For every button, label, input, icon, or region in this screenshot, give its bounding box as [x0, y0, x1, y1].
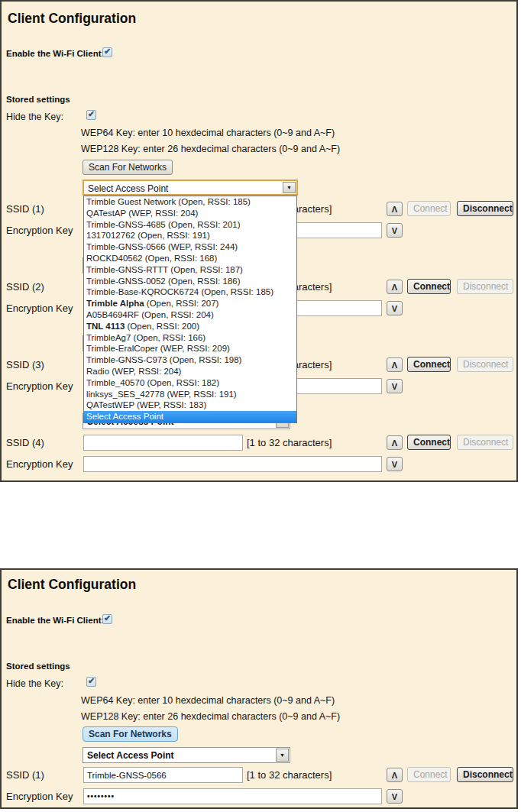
access-point-option[interactable]: QATestAP (WEP, RSSI: 204)	[84, 208, 296, 219]
page-title: Client Configuration	[8, 11, 136, 27]
access-point-select-1[interactable]: Select Access Point ▼	[83, 180, 298, 196]
ssid-1-disconnect-button[interactable]: Disconnect	[457, 201, 513, 216]
access-point-option[interactable]: Trimble-GNSS-C973 (Open, RSSI: 198)	[84, 354, 296, 366]
access-point-option[interactable]: ROCKD40562 (Open, RSSI: 168)	[84, 253, 296, 264]
access-point-name: Trimble Guest Network	[86, 197, 176, 206]
ssid-4-hint: [1 to 32 characters]	[247, 437, 332, 448]
wep64-hint: WEP64 Key: enter 10 hexdecimal character…	[81, 695, 335, 706]
encryption-key-1-label: Encryption Key	[6, 791, 73, 802]
access-point-option[interactable]: Trimble-GNSS-RTTT (Open, RSSI: 187)	[84, 264, 296, 276]
encryption-key-3-label: Encryption Key	[6, 380, 73, 392]
access-point-name: 1317012762	[86, 231, 135, 240]
access-point-detail: (Open, RSSI: 191)	[135, 231, 210, 240]
hide-key-label: Hide the Key:	[6, 678, 63, 689]
access-point-detail: (Open, RSSI: 204)	[139, 310, 214, 319]
ssid-1-connect-button[interactable]: Connect	[407, 201, 451, 216]
access-point-name: Trimble-EralCoper	[86, 344, 158, 353]
hide-key-label: Hide the Key:	[6, 112, 63, 122]
stored-settings-heading: Stored settings	[6, 662, 70, 671]
access-point-select-value: Select Access Point	[88, 183, 168, 194]
access-point-name: QATestAP	[86, 209, 126, 218]
access-point-name: A05B4694RF	[86, 310, 139, 319]
ssid-3-move-down-button[interactable]: V	[387, 379, 403, 393]
access-point-dropdown-list: Trimble Guest Network (Open, RSSI: 185)Q…	[83, 196, 297, 423]
access-point-option[interactable]: Trimble-EralCoper (WEP, RSSI: 209)	[84, 343, 296, 354]
hide-key-checkbox[interactable]	[86, 677, 96, 687]
access-point-option[interactable]: A05B4694RF (Open, RSSI: 204)	[84, 309, 296, 321]
access-point-option[interactable]: Trimble-GNSS-0052 (Open, RSSI: 186)	[84, 276, 296, 287]
access-point-detail: (Open, RSSI: 185)	[199, 287, 273, 296]
access-point-detail: (Open, RSSI: 201)	[166, 220, 241, 229]
ssid-2-connect-button[interactable]: Connect	[407, 279, 451, 294]
access-point-option[interactable]: Trimble Guest Network (Open, RSSI: 185)	[84, 196, 296, 208]
ssid-4-move-up-button[interactable]: Λ	[387, 435, 403, 450]
ssid-1-input[interactable]	[83, 767, 243, 783]
access-point-option[interactable]: Trimble Alpha (Open, RSSI: 207)	[84, 298, 296, 309]
access-point-detail: (Open, RSSI: 182)	[144, 378, 219, 387]
access-point-option[interactable]: Trimble_40570 (Open, RSSI: 182)	[84, 377, 296, 389]
scan-networks-button[interactable]: Scan For Networks	[83, 160, 173, 175]
ssid-4-disconnect-button[interactable]: Disconnect	[457, 435, 513, 450]
ssid-1-hint: [1 to 32 characters]	[247, 769, 332, 781]
enable-wifi-checkbox[interactable]	[102, 47, 112, 57]
ssid-4-move-down-button[interactable]: V	[387, 457, 403, 471]
access-point-option[interactable]: Trimble-GNSS-0566 (WEP, RSSI: 244)	[84, 241, 296, 253]
access-point-name: Trimble-GNSS-RTTT	[86, 265, 168, 274]
ssid-1-disconnect-button[interactable]: Disconnect	[457, 767, 513, 782]
access-point-name: TNL 4113	[86, 322, 125, 331]
access-point-name: Select Access Point	[86, 412, 163, 421]
access-point-detail: (Open, RSSI: 166)	[131, 333, 205, 342]
access-point-option[interactable]: Select Access Point	[84, 411, 296, 422]
access-point-name: Trimble-Base-KQROCK6724	[86, 287, 199, 296]
access-point-option[interactable]: TNL 4113 (Open, RSSI: 200)	[84, 321, 296, 332]
encryption-key-1-input[interactable]	[83, 788, 382, 804]
access-point-option[interactable]: Trimble-GNSS-4685 (Open, RSSI: 201)	[84, 219, 296, 231]
access-point-name: Trimble_40570	[86, 378, 144, 387]
access-point-detail: (WEP, RSSI: 191)	[164, 390, 236, 399]
ssid-1-move-down-button[interactable]: V	[387, 223, 403, 238]
access-point-name: Trimble-GNSS-4685	[86, 220, 166, 229]
access-point-option[interactable]: QATestWEP (WEP, RSSI: 183)	[84, 400, 296, 411]
dropdown-arrow-icon[interactable]: ▼	[276, 749, 289, 762]
ssid-3-label: SSID (3)	[6, 359, 44, 370]
stored-settings-heading: Stored settings	[6, 95, 70, 104]
dropdown-arrow-icon[interactable]: ▼	[283, 182, 296, 193]
ssid-4-input[interactable]	[83, 435, 243, 451]
hide-key-checkbox[interactable]	[86, 110, 96, 120]
ssid-1-connect-button[interactable]: Connect	[407, 767, 451, 782]
ssid-4-connect-button[interactable]: Connect	[407, 435, 451, 450]
access-point-option[interactable]: linksys_SES_42778 (WEP, RSSI: 191)	[84, 389, 296, 400]
access-point-detail: (WEP, RSSI: 244)	[166, 242, 238, 251]
access-point-option[interactable]: TrimbleAg7 (Open, RSSI: 166)	[84, 332, 296, 344]
ssid-2-disconnect-button[interactable]: Disconnect	[457, 279, 513, 294]
access-point-name: Trimble-GNSS-0052	[86, 277, 166, 286]
access-point-select-1[interactable]: Select Access Point ▼	[83, 747, 290, 763]
access-point-option[interactable]: Trimble-Base-KQROCK6724 (Open, RSSI: 185…	[84, 286, 296, 298]
ssid-3-disconnect-button[interactable]: Disconnect	[457, 357, 513, 372]
access-point-detail: (Open, RSSI: 198)	[167, 355, 242, 364]
ssid-3-connect-button[interactable]: Connect	[407, 357, 451, 372]
ssid-1-move-up-button[interactable]: Λ	[387, 202, 403, 216]
access-point-detail: (Open, RSSI: 168)	[143, 254, 218, 263]
ssid-1-move-down-button[interactable]: V	[387, 789, 403, 804]
scan-networks-button[interactable]: Scan For Networks	[83, 726, 178, 742]
wep128-hint: WEP128 Key: enter 26 hexdecimal characte…	[81, 711, 340, 722]
access-point-detail: (Open, RSSI: 207)	[144, 299, 219, 308]
ssid-2-move-up-button[interactable]: Λ	[387, 280, 403, 294]
ssid-1-move-up-button[interactable]: Λ	[387, 768, 403, 782]
wep128-hint: WEP128 Key: enter 26 hexdecimal characte…	[81, 144, 340, 154]
ssid-3-move-up-button[interactable]: Λ	[387, 357, 403, 372]
access-point-option[interactable]: 1317012762 (Open, RSSI: 191)	[84, 230, 296, 241]
encryption-key-4-label: Encryption Key	[6, 458, 73, 470]
access-point-name: Trimble-GNSS-0566	[86, 242, 166, 251]
enable-wifi-checkbox[interactable]	[102, 614, 112, 624]
ssid-2-move-down-button[interactable]: V	[387, 301, 403, 315]
access-point-option[interactable]: Radio (WEP, RSSI: 204)	[84, 366, 296, 377]
enable-wifi-label: Enable the Wi-Fi Client:	[6, 616, 104, 625]
client-config-panel-expanded: Client Configuration Enable the Wi-Fi Cl…	[0, 0, 518, 482]
access-point-name: QATestWEP	[86, 400, 134, 409]
access-point-name: ROCKD40562	[86, 254, 143, 263]
access-point-detail: (Open, RSSI: 187)	[168, 265, 243, 274]
ssid-1-label: SSID (1)	[6, 203, 44, 215]
encryption-key-4-input[interactable]	[83, 456, 382, 472]
